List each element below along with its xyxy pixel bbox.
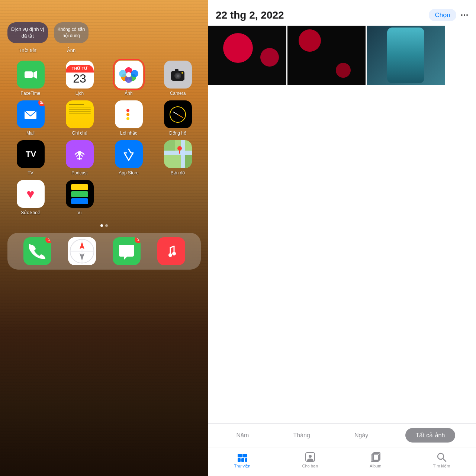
phone-svg [29, 243, 45, 260]
page-dots [7, 224, 201, 227]
rem-dot2 [126, 113, 129, 116]
svg-line-55 [443, 459, 446, 461]
tab-album-label: Album [370, 464, 381, 468]
svg-rect-29 [164, 151, 192, 155]
notes-line4 [69, 111, 91, 112]
app-notes[interactable]: Ghi chú [57, 100, 103, 136]
mail-badge: 38 [38, 100, 44, 106]
app-wallet[interactable]: Ví [57, 180, 103, 215]
photo-thumb-2[interactable] [287, 26, 366, 85]
svg-point-42 [168, 253, 172, 257]
filter-month[interactable]: Tháng [286, 428, 317, 443]
weather-text: Dịch vụ định vị đã tắt [11, 26, 44, 39]
tv-icon: TV [17, 140, 45, 168]
mail-label: Mail [26, 131, 35, 136]
photo-strip [208, 26, 476, 85]
app-grid-row1: FaceTime THỨ TƯ 23 Lịch [7, 61, 201, 215]
photos-content-area [208, 88, 476, 423]
facetime-svg [22, 67, 39, 83]
wallet-icon [66, 180, 94, 208]
filter-year[interactable]: Năm [229, 428, 257, 443]
svg-rect-44 [238, 454, 242, 457]
dock-messages[interactable]: 1 [113, 237, 141, 265]
svg-rect-30 [181, 140, 185, 168]
more-button[interactable]: ··· [461, 10, 469, 20]
photos-date-title: 22 thg 2, 2022 [216, 9, 284, 21]
photos-app: 22 thg 2, 2022 Chọn ··· Năm Tháng Ngày T… [208, 0, 476, 476]
facetime-label: FaceTime [21, 91, 41, 96]
weather-label: Thời tiết [19, 48, 36, 53]
calendar-label: Lịch [75, 91, 84, 96]
photos-header: 22 thg 2, 2022 Chọn ··· [208, 0, 476, 26]
notes-icon [66, 100, 94, 128]
tab-library[interactable]: Thư viện [234, 452, 251, 469]
calendar-day-name: THỨ TƯ [66, 65, 94, 73]
calendar-date: 23 [73, 73, 86, 84]
dock-safari[interactable] [68, 237, 96, 265]
app-health[interactable]: ♥ Sức khoẻ [7, 180, 54, 215]
dock-phone[interactable]: 1 [23, 237, 51, 265]
wallet-card1 [71, 184, 89, 190]
search-icon [436, 452, 447, 462]
rem-dot1 [126, 109, 129, 112]
app-maps[interactable]: Bản đồ [155, 140, 201, 176]
mail-svg [22, 106, 39, 123]
app-tv[interactable]: TV TV [7, 140, 54, 176]
weather-widget[interactable]: Dịch vụ định vị đã tắt [7, 22, 48, 43]
photos-icon [115, 61, 143, 89]
photo-widget-label: Ảnh [67, 48, 75, 53]
photo-thumb-1[interactable] [208, 26, 286, 85]
tv-label: TV [28, 170, 33, 176]
svg-rect-48 [245, 458, 247, 462]
notes-line2 [69, 107, 91, 107]
maps-label: Bản đồ [171, 170, 185, 176]
app-reminders[interactable]: Lời nhắc [106, 100, 152, 136]
dock-music[interactable] [157, 237, 185, 265]
svg-rect-18 [175, 69, 178, 71]
rem-row2 [126, 113, 131, 116]
photo-widget-line2: nội dung [62, 33, 80, 38]
maps-icon [164, 140, 192, 168]
photo-thumb-3[interactable] [367, 26, 445, 85]
notes-label: Ghi chú [72, 131, 87, 136]
reminders-icon [115, 100, 143, 128]
photos-label: Ảnh [125, 91, 132, 96]
widget-row: Dịch vụ định vị đã tắt Thời tiết Không c… [7, 22, 201, 53]
filter-day[interactable]: Ngày [347, 428, 376, 443]
tv-word: TV [26, 149, 36, 159]
appstore-icon [115, 140, 143, 168]
tab-album[interactable]: Album [370, 452, 381, 469]
rem-row1 [126, 109, 131, 112]
for-you-icon [305, 452, 315, 462]
app-camera[interactable]: Camera [155, 61, 201, 96]
app-calendar[interactable]: THỨ TƯ 23 Lịch [57, 61, 103, 96]
tab-for-you[interactable]: Cho bạn [302, 452, 318, 469]
safari-icon [68, 237, 96, 265]
clock-face [170, 106, 186, 123]
app-mail[interactable]: 38 Mail [7, 100, 54, 136]
app-appstore[interactable]: App Store [106, 140, 152, 176]
app-podcasts[interactable]: Podcast [57, 140, 103, 176]
app-facetime[interactable]: FaceTime [7, 61, 54, 96]
wallet-card2 [71, 191, 89, 197]
bottom-tabs: Thư viện Cho bạn Album [208, 447, 476, 476]
app-clock[interactable]: Đồng hồ [155, 100, 201, 136]
messages-svg [118, 243, 135, 260]
album-icon [370, 452, 381, 462]
podcasts-svg [71, 146, 88, 163]
photo-widget-text: Không có sẵn nội dung [58, 26, 85, 39]
dock: 1 [7, 233, 201, 270]
filter-all[interactable]: Tất cả ảnh [405, 428, 456, 443]
svg-point-50 [309, 455, 312, 458]
health-icon: ♥ [17, 180, 45, 208]
weather-line2: đã tắt [22, 33, 34, 39]
tab-search[interactable]: Tìm kiếm [433, 452, 450, 469]
chon-button[interactable]: Chọn [429, 9, 456, 21]
clock-hour-hand [173, 112, 178, 115]
phone-icon: 1 [23, 237, 51, 265]
photo-widget[interactable]: Không có sẵn nội dung [54, 22, 89, 43]
notes-inner [66, 100, 94, 128]
app-photos[interactable]: Ảnh [106, 61, 152, 96]
camera-svg [170, 67, 186, 83]
podcasts-icon [66, 140, 94, 168]
